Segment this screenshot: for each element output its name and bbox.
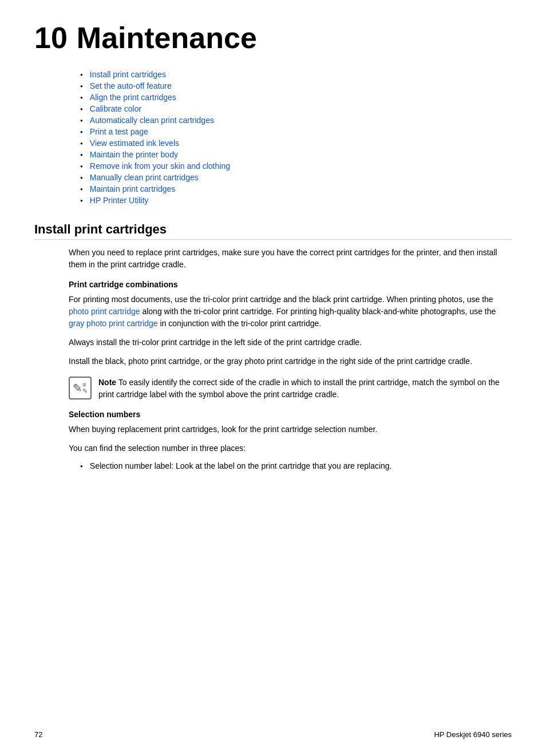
install-cartridges-section: Install print cartridges When you need t…: [34, 222, 512, 470]
bullet-text: Selection number label: Look at the labe…: [90, 461, 392, 470]
gray-cartridge-link[interactable]: gray photo print cartridge: [69, 319, 158, 328]
chapter-title: Maintenance: [77, 23, 257, 53]
section-content: When you need to replace print cartridge…: [69, 247, 512, 470]
note-icon: ≡✎: [69, 377, 92, 399]
text-between-links: along with the tri-color print cartridge…: [140, 307, 496, 316]
toc-item: HP Printer Utility: [80, 196, 512, 205]
selection-text1: When buying replacement print cartridges…: [69, 423, 512, 436]
page-wrapper: 10 Maintenance Install print cartridges …: [34, 23, 512, 470]
note-box: ≡✎ Note To easily identify the correct s…: [69, 377, 512, 401]
note-content: Note To easily identify the correct side…: [98, 377, 512, 401]
toc-link[interactable]: Install print cartridges: [90, 70, 166, 79]
combinations-text4: Always install the tri-color print cartr…: [69, 337, 512, 349]
toc-item: Align the print cartridges: [80, 93, 512, 102]
list-item: Selection number label: Look at the labe…: [80, 461, 512, 470]
toc-link[interactable]: Remove ink from your skin and clothing: [90, 161, 230, 171]
toc-list: Install print cartridges Set the auto-of…: [80, 70, 512, 205]
selection-text2: You can find the selection number in thr…: [69, 442, 512, 454]
toc-link[interactable]: Set the auto-off feature: [90, 81, 172, 90]
toc-item: Set the auto-off feature: [80, 81, 512, 90]
toc-link[interactable]: Maintain print cartridges: [90, 184, 175, 193]
toc-item: Maintain the printer body: [80, 150, 512, 159]
toc-item: Calibrate color: [80, 104, 512, 113]
photo-cartridge-link[interactable]: photo print cartridge: [69, 307, 140, 316]
combinations-text5: Install the black, photo print cartridge…: [69, 355, 512, 367]
toc-item: Install print cartridges: [80, 70, 512, 79]
toc-item: Automatically clean print cartridges: [80, 116, 512, 125]
selection-bullet-list: Selection number label: Look at the labe…: [80, 461, 512, 470]
product-name: HP Deskjet 6940 series: [434, 730, 512, 739]
combinations-subsection: Print cartridge combinations For printin…: [69, 280, 512, 401]
toc-item: View estimated ink levels: [80, 138, 512, 148]
intro-text: When you need to replace print cartridge…: [69, 247, 512, 271]
toc-link[interactable]: Automatically clean print cartridges: [90, 116, 214, 125]
toc-item: Print a test page: [80, 127, 512, 136]
note-lines-icon: ≡✎: [82, 382, 88, 394]
note-label: Note: [98, 378, 116, 387]
toc-item: Maintain print cartridges: [80, 184, 512, 193]
selection-numbers-title: Selection numbers: [69, 410, 512, 419]
toc-link[interactable]: Calibrate color: [90, 104, 141, 113]
toc-link[interactable]: HP Printer Utility: [90, 196, 148, 205]
toc-link[interactable]: Maintain the printer body: [90, 150, 178, 159]
note-text: To easily identify the correct side of t…: [98, 378, 500, 399]
chapter-header: 10 Maintenance: [34, 23, 512, 53]
toc-item: Manually clean print cartridges: [80, 173, 512, 182]
toc-link[interactable]: Print a test page: [90, 127, 148, 136]
chapter-number: 10: [34, 23, 68, 53]
selection-numbers-subsection: Selection numbers When buying replacemen…: [69, 410, 512, 470]
toc-link[interactable]: Align the print cartridges: [90, 93, 176, 102]
toc-item: Remove ink from your skin and clothing: [80, 161, 512, 171]
toc-link[interactable]: View estimated ink levels: [90, 138, 179, 148]
text-after-link2: in conjunction with the tri-color print …: [158, 319, 322, 328]
text-before-link1: For printing most documents, use the tri…: [69, 295, 493, 304]
combinations-text1: For printing most documents, use the tri…: [69, 294, 512, 330]
page-footer: 72 HP Deskjet 6940 series: [0, 730, 546, 739]
page-number: 72: [34, 730, 42, 739]
combinations-title: Print cartridge combinations: [69, 280, 512, 289]
toc-link[interactable]: Manually clean print cartridges: [90, 173, 199, 182]
section-title: Install print cartridges: [34, 222, 512, 240]
